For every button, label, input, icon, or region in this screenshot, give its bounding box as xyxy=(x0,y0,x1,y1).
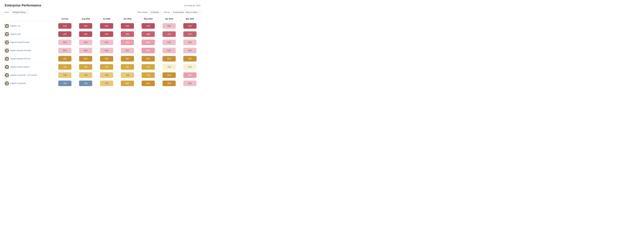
score-badge[interactable]: 510 xyxy=(183,23,196,29)
svg-rect-12 xyxy=(5,34,6,35)
score-badge[interactable]: 620 xyxy=(58,40,72,45)
score-badge[interactable]: 650 xyxy=(162,56,176,62)
score-badge[interactable]: 650 xyxy=(58,56,72,62)
svg-rect-70 xyxy=(6,84,8,86)
score-badge[interactable]: 650 xyxy=(121,56,134,62)
score-badge[interactable]: 650 xyxy=(162,72,176,78)
svg-rect-9 xyxy=(5,32,6,34)
score-badge[interactable]: 520 xyxy=(142,23,155,29)
score-badge[interactable]: 600 xyxy=(121,40,134,45)
score-cell-6-1: 730 xyxy=(75,72,96,78)
score-badge[interactable]: 520 xyxy=(79,23,92,29)
time-period-dropdown[interactable]: 6 Months ▾ xyxy=(149,10,162,14)
score-badge[interactable]: 700 xyxy=(142,72,155,78)
score-badge[interactable]: 620 xyxy=(121,48,134,53)
score-badge[interactable]: 630 xyxy=(183,72,196,78)
score-badge[interactable]: 620 xyxy=(100,48,113,53)
as-of-date: As of Aug 08, 2019 xyxy=(184,4,200,6)
score-cell-6-6: 630 xyxy=(180,72,200,78)
score-cell-5-3: 700 xyxy=(117,64,138,70)
score-badge[interactable]: 730 xyxy=(58,72,72,78)
svg-rect-30 xyxy=(5,50,6,51)
lens-value: BitSight Rating xyxy=(13,11,25,13)
company-name-link[interactable]: Saperix Backup Service xyxy=(10,58,30,60)
score-badge[interactable]: 760 xyxy=(79,80,92,86)
svg-rect-26 xyxy=(8,43,9,44)
score-badge[interactable]: 730 xyxy=(100,72,113,78)
score-badge[interactable]: 530 xyxy=(162,23,176,29)
score-badge[interactable]: 590 xyxy=(183,48,196,53)
score-badge[interactable]: 710 xyxy=(183,64,196,70)
score-badge[interactable]: 760 xyxy=(58,80,72,86)
score-badge[interactable]: 660 xyxy=(121,80,134,86)
score-badge[interactable]: 650 xyxy=(100,56,113,62)
score-badge[interactable]: 470 xyxy=(162,31,176,37)
score-badge[interactable]: 610 xyxy=(162,48,176,53)
svg-rect-56 xyxy=(8,73,9,74)
score-badge[interactable]: 600 xyxy=(142,40,155,45)
score-badge[interactable]: 730 xyxy=(121,72,134,78)
sort-by-dropdown[interactable]: Performance - Worst to Best ▾ xyxy=(172,10,200,14)
company-icon xyxy=(5,65,9,69)
score-badge[interactable]: 630 xyxy=(58,48,72,53)
company-name-link[interactable]: Saperix Corporate xyxy=(10,82,26,84)
score-badge[interactable]: 610 xyxy=(162,40,176,45)
score-cell-6-2: 730 xyxy=(96,72,117,78)
col-header-name xyxy=(5,18,54,20)
score-badge[interactable]: 700 xyxy=(121,64,134,70)
score-badge[interactable]: 430 xyxy=(100,31,113,37)
company-name-link[interactable]: Saperix Email Provider xyxy=(10,41,30,43)
score-cell-0-1: 520 xyxy=(75,23,96,29)
score-badge[interactable]: 650 xyxy=(142,56,155,62)
svg-rect-21 xyxy=(5,42,6,43)
svg-rect-13 xyxy=(6,34,8,35)
company-name-link[interactable]: Saperix, Inc. xyxy=(10,25,21,27)
score-badge[interactable]: 700 xyxy=(58,64,72,70)
svg-rect-34 xyxy=(6,52,8,52)
score-badge[interactable]: 470 xyxy=(183,31,196,37)
score-badge[interactable]: 650 xyxy=(162,80,176,86)
company-name-link[interactable]: Saperix Service Provider xyxy=(10,49,31,52)
score-badge[interactable]: 650 xyxy=(79,56,92,62)
company-icon xyxy=(5,57,9,61)
svg-rect-68 xyxy=(8,83,9,84)
score-badge[interactable]: 700 xyxy=(100,64,113,70)
score-cell-1-0: 430 xyxy=(54,31,75,37)
score-badge[interactable]: 430 xyxy=(58,31,72,37)
svg-rect-25 xyxy=(6,43,8,44)
score-badge[interactable]: 510 xyxy=(58,23,72,29)
score-badge[interactable]: 520 xyxy=(100,23,113,29)
score-badge[interactable]: 630 xyxy=(79,48,92,53)
score-badge[interactable]: 720 xyxy=(100,80,113,86)
score-badge[interactable]: 650 xyxy=(183,56,196,62)
score-badge[interactable]: 710 xyxy=(162,64,176,70)
score-badge[interactable]: 620 xyxy=(183,80,196,86)
svg-rect-33 xyxy=(5,52,6,52)
score-badge[interactable]: 730 xyxy=(79,72,92,78)
score-badge[interactable]: 650 xyxy=(142,80,155,86)
svg-rect-15 xyxy=(5,35,6,36)
score-badge[interactable]: 430 xyxy=(79,31,92,37)
score-badge[interactable]: 700 xyxy=(79,64,92,70)
lens-dropdown[interactable]: BitSight Rating ▾ xyxy=(11,10,28,14)
svg-rect-19 xyxy=(6,40,8,42)
score-cell-7-3: 660 xyxy=(117,80,138,86)
score-badge[interactable]: 620 xyxy=(79,40,92,45)
company-name-link[interactable]: Saperix Corporate - US Central xyxy=(10,74,37,76)
col-header-jun-2019: Jun 2019 xyxy=(117,18,138,20)
sort-by-value: Performance - Worst to Best xyxy=(173,11,197,13)
score-badge[interactable]: 600 xyxy=(142,48,155,53)
company-name-link[interactable]: Saperix Guest network xyxy=(10,66,30,68)
score-cell-5-6: 710 xyxy=(180,64,200,70)
score-badge[interactable]: 700 xyxy=(142,64,155,70)
score-badge[interactable]: 590 xyxy=(183,40,196,45)
score-badge[interactable]: 620 xyxy=(100,40,113,45)
svg-rect-6 xyxy=(5,27,6,28)
score-badge[interactable]: 460 xyxy=(142,31,155,37)
company-icon xyxy=(5,81,9,86)
svg-rect-22 xyxy=(6,42,8,43)
score-cell-1-6: 470 xyxy=(180,31,200,37)
company-name-link[interactable]: Saperix Lab xyxy=(10,33,20,35)
score-badge[interactable]: 520 xyxy=(121,23,134,29)
score-badge[interactable]: 460 xyxy=(121,31,134,37)
